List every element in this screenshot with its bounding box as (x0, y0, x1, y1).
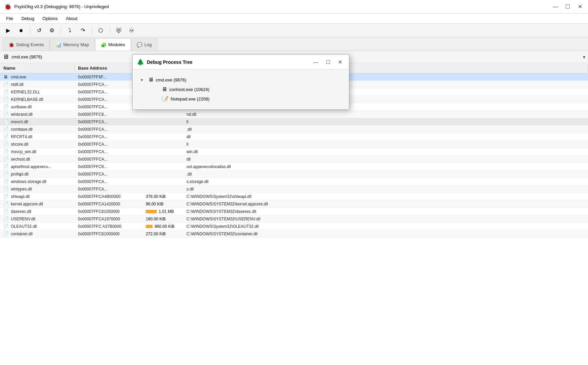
table-row[interactable]: 📄sechost.dll0x00007FFCA...dll (0, 156, 588, 163)
toolbar: ▶ ■ ↺ ⚙ ⤵ ↷ ⬡ 🐺 💀 (0, 24, 588, 37)
step-into-button[interactable]: ⤵ (64, 25, 75, 36)
cell-path: nd.dll (183, 111, 588, 118)
cell-base-address: 0x00007FFCA... (75, 126, 142, 133)
cell-base-address: 0x00007FFCA... (75, 171, 142, 178)
cell-size (142, 121, 183, 123)
tree-item-notepad[interactable]: ▾ 📝 Notepad.exe (2208) (152, 94, 344, 104)
debug-process-tree-dialog[interactable]: 🌲 Debug Process Tree — ☐ ✕ ▾ 🖥 cmd.exe (… (132, 54, 349, 110)
cell-size: 860.00 KiB (142, 223, 183, 230)
table-row[interactable]: 📄combase.dll0x00007FFCA....dll (0, 126, 588, 133)
table-row[interactable]: 📄RPCRT4.dll0x00007FFCA...dll (0, 133, 588, 141)
toolbar-separator-3 (92, 26, 92, 35)
stop-button[interactable]: ■ (16, 25, 26, 36)
cell-path: C:\WINDOWS\SYSTEM32\container.dll (183, 231, 588, 237)
tree-item-conhost[interactable]: ▾ 🖥 conhost.exe (10624) (152, 85, 344, 94)
cell-name: 📄shlwapi.dll (0, 193, 75, 200)
close-button[interactable]: ✕ (576, 3, 584, 11)
menu-about[interactable]: About (62, 15, 81, 22)
cell-path: win.dll (183, 148, 588, 155)
cell-base-address: 0x00007FFC8... (75, 163, 142, 170)
tab-log-label: Log (144, 42, 152, 47)
cell-name: 📄sechost.dll (0, 156, 75, 163)
wolf-button[interactable]: 🐺 (113, 25, 124, 36)
cell-size (142, 181, 183, 183)
settings-button[interactable]: ⚙ (46, 25, 57, 36)
run-button[interactable]: ▶ (3, 25, 14, 36)
tab-modules[interactable]: 🧩 Modules (95, 38, 131, 51)
dialog-minimize-button[interactable]: — (311, 58, 320, 66)
table-row[interactable]: 📄msvcrt.dll0x00007FFCA...ll (0, 118, 588, 126)
row-icon: 📄 (3, 186, 9, 191)
cell-base-address: 0x00007FFCA4B00000 (75, 193, 142, 200)
table-row[interactable]: 📄msvcp_win.dll0x00007FFCA...win.dll (0, 148, 588, 156)
title-bar: 🐞 PsyloDbg v0.3 (Debugging: 9876) - Unpr… (0, 0, 588, 14)
cell-base-address: 0x00007FFCA... (75, 178, 142, 185)
tab-memory-map[interactable]: 📊 Memory Map (50, 38, 95, 51)
cell-name: 📄windows.storage.dll (0, 178, 75, 185)
cell-name: 📄container.dll (0, 230, 75, 237)
dialog-title-bar: 🌲 Debug Process Tree — ☐ ✕ (133, 55, 349, 70)
cell-path: ll (183, 141, 588, 148)
table-row[interactable]: 📄daxexec.dll0x00007FFC810500001.01 MBC:\… (0, 208, 588, 215)
menu-file[interactable]: File (3, 15, 17, 22)
tree-notepad-label: Notepad.exe (2208) (171, 96, 210, 102)
cell-path: C:\WINDOWS\SYSTEM32\kernel.appcore.dll (183, 201, 588, 207)
table-row[interactable]: 📄kernel.appcore.dll0x00007FFCA142000096.… (0, 200, 588, 208)
cell-name: 📄ntdll.dll (0, 81, 75, 88)
process-icon: 🖥 (3, 53, 9, 60)
row-icon: 📄 (3, 119, 9, 124)
cell-base-address: 0x00007FFCA... (75, 133, 142, 140)
cell-base-address: 0x00007FFC8... (75, 111, 142, 118)
cell-name: 📄ucrtbase.dll (0, 103, 75, 110)
dialog-close-button[interactable]: ✕ (335, 58, 345, 66)
cell-base-address: 0x00007FFC A37B0000 (75, 223, 142, 230)
dialog-icon: 🌲 (137, 58, 144, 66)
row-icon: 📄 (3, 216, 9, 221)
cell-path: C:\WINDOWS\SYSTEM32\daxexec.dll (183, 208, 588, 215)
cell-name: 📄combase.dll (0, 126, 75, 133)
cell-path: .dll (183, 126, 588, 133)
cell-name: 📄USERENV.dll (0, 215, 75, 222)
table-row[interactable]: 📄wintypes.dll0x00007FFCA...s.dll (0, 185, 588, 193)
menu-debug[interactable]: Debug (18, 15, 38, 22)
menu-options[interactable]: Options (39, 15, 61, 22)
cell-path: C:\WINDOWS\System32\OLEAUT32.dll (183, 223, 588, 230)
skull-button[interactable]: 💀 (126, 25, 137, 36)
table-row[interactable]: 📄shcore.dll0x00007FFCA...ll (0, 141, 588, 148)
restart-button[interactable]: ↺ (34, 25, 44, 36)
cell-size (142, 188, 183, 190)
row-icon: 📄 (3, 82, 9, 87)
minimize-button[interactable]: — (551, 3, 560, 11)
table-row[interactable]: 📄USERENV.dll0x00007FFCA1970000160.00 KiB… (0, 215, 588, 223)
breakpoint-button[interactable]: ⬡ (95, 25, 106, 36)
cell-base-address: 0x00007FFCA... (75, 156, 142, 163)
row-icon: 📄 (3, 104, 9, 109)
process-dropdown-button[interactable]: ▾ (583, 54, 585, 60)
table-row[interactable]: 📄OLEAUT32.dll0x00007FFC A37B0000860.00 K… (0, 223, 588, 230)
row-icon: 📄 (3, 171, 9, 177)
table-row[interactable]: 📄shlwapi.dll0x00007FFCA4B00000376.00 KiB… (0, 193, 588, 200)
cell-base-address: 0x00007FFCA1420000 (75, 201, 142, 207)
table-row[interactable]: 📄container.dll0x00007FFC81000000272.00 K… (0, 230, 588, 238)
toolbar-separator-1 (30, 26, 30, 35)
col-name[interactable]: Name (0, 65, 75, 72)
table-row[interactable]: 📄profapi.dll0x00007FFCA....dll (0, 170, 588, 178)
table-row[interactable]: 📄windows.storage.dll0x00007FFCA...s.stor… (0, 178, 588, 185)
cell-base-address: 0x00007FFCA... (75, 141, 142, 148)
cell-path: ll (183, 118, 588, 125)
tree-item-cmd[interactable]: ▾ 🖥 cmd.exe (9876) (138, 75, 344, 85)
row-icon: 📄 (3, 194, 9, 199)
table-body: 🖥cmd.exe0x00007FF6F...📄ntdll.dll0x00007F… (0, 73, 588, 365)
step-over-button[interactable]: ↷ (77, 25, 88, 36)
table-row[interactable]: 📄winbrand.dll0x00007FFC8...nd.dll (0, 111, 588, 118)
tree-expand-cmd[interactable]: ▾ (141, 77, 146, 83)
dialog-controls: — ☐ ✕ (311, 58, 345, 66)
tab-log[interactable]: 💬 Log (131, 38, 158, 51)
cell-base-address: 0x00007FFCA... (75, 118, 142, 125)
cell-size (142, 151, 183, 153)
maximize-button[interactable]: ☐ (564, 3, 572, 11)
tab-debug-events[interactable]: 🐞 Debug Events (3, 38, 50, 51)
app-title: PsyloDbg v0.3 (Debugging: 9876) - Unpriv… (14, 4, 109, 9)
dialog-maximize-button[interactable]: ☐ (323, 58, 333, 66)
table-row[interactable]: 📄apisethost.appexecu...0x00007FFC8...ost… (0, 163, 588, 170)
